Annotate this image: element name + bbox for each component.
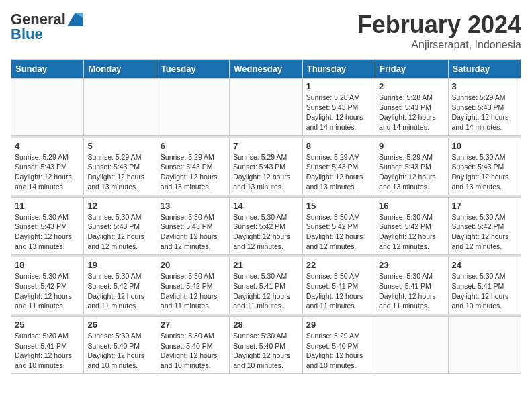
day-number: 25 bbox=[15, 320, 80, 330]
day-info: Sunrise: 5:29 AM Sunset: 5:43 PM Dayligh… bbox=[233, 152, 298, 192]
calendar-day: 10Sunrise: 5:30 AM Sunset: 5:43 PM Dayli… bbox=[448, 138, 521, 195]
calendar-day: 29Sunrise: 5:29 AM Sunset: 5:40 PM Dayli… bbox=[302, 317, 375, 374]
day-number: 4 bbox=[15, 141, 80, 151]
calendar-day: 9Sunrise: 5:29 AM Sunset: 5:43 PM Daylig… bbox=[375, 138, 448, 195]
weekday-header-wednesday: Wednesday bbox=[230, 60, 302, 79]
calendar-day: 22Sunrise: 5:30 AM Sunset: 5:41 PM Dayli… bbox=[302, 257, 375, 314]
day-number: 12 bbox=[87, 201, 152, 211]
calendar-week-1: 1Sunrise: 5:28 AM Sunset: 5:43 PM Daylig… bbox=[11, 79, 521, 136]
day-info: Sunrise: 5:30 AM Sunset: 5:42 PM Dayligh… bbox=[161, 271, 226, 311]
day-number: 23 bbox=[379, 260, 444, 270]
page-header: General Blue February 2024 Anjirserapat,… bbox=[11, 11, 521, 51]
month-title: February 2024 bbox=[357, 11, 521, 39]
day-info: Sunrise: 5:30 AM Sunset: 5:41 PM Dayligh… bbox=[452, 271, 517, 311]
calendar-day: 1Sunrise: 5:28 AM Sunset: 5:43 PM Daylig… bbox=[302, 79, 375, 136]
calendar-day: 11Sunrise: 5:30 AM Sunset: 5:43 PM Dayli… bbox=[11, 197, 84, 255]
calendar-day: 18Sunrise: 5:30 AM Sunset: 5:42 PM Dayli… bbox=[11, 257, 84, 314]
calendar-week-2: 4Sunrise: 5:29 AM Sunset: 5:43 PM Daylig… bbox=[11, 138, 521, 195]
day-number: 20 bbox=[161, 260, 226, 270]
calendar-day: 27Sunrise: 5:30 AM Sunset: 5:40 PM Dayli… bbox=[157, 317, 229, 374]
logo: General Blue bbox=[11, 11, 83, 43]
calendar-day: 7Sunrise: 5:29 AM Sunset: 5:43 PM Daylig… bbox=[230, 138, 302, 195]
location: Anjirserapat, Indonesia bbox=[357, 39, 521, 51]
day-number: 1 bbox=[306, 81, 371, 91]
day-info: Sunrise: 5:30 AM Sunset: 5:43 PM Dayligh… bbox=[15, 212, 80, 252]
day-info: Sunrise: 5:30 AM Sunset: 5:42 PM Dayligh… bbox=[452, 212, 517, 252]
day-number: 6 bbox=[161, 141, 226, 151]
day-info: Sunrise: 5:30 AM Sunset: 5:43 PM Dayligh… bbox=[161, 212, 226, 252]
day-info: Sunrise: 5:30 AM Sunset: 5:41 PM Dayligh… bbox=[15, 331, 80, 371]
calendar-day: 25Sunrise: 5:30 AM Sunset: 5:41 PM Dayli… bbox=[11, 317, 84, 374]
calendar-day: 15Sunrise: 5:30 AM Sunset: 5:42 PM Dayli… bbox=[302, 197, 375, 255]
day-info: Sunrise: 5:30 AM Sunset: 5:40 PM Dayligh… bbox=[161, 331, 226, 371]
day-info: Sunrise: 5:29 AM Sunset: 5:43 PM Dayligh… bbox=[379, 152, 444, 192]
calendar-day bbox=[230, 79, 302, 136]
weekday-header-monday: Monday bbox=[84, 60, 157, 79]
calendar-day: 19Sunrise: 5:30 AM Sunset: 5:42 PM Dayli… bbox=[84, 257, 157, 314]
weekday-header-saturday: Saturday bbox=[448, 60, 521, 79]
calendar-day: 4Sunrise: 5:29 AM Sunset: 5:43 PM Daylig… bbox=[11, 138, 84, 195]
day-info: Sunrise: 5:29 AM Sunset: 5:43 PM Dayligh… bbox=[452, 93, 517, 132]
calendar-day: 12Sunrise: 5:30 AM Sunset: 5:43 PM Dayli… bbox=[84, 197, 157, 255]
day-number: 8 bbox=[306, 141, 371, 151]
day-number: 5 bbox=[87, 141, 152, 151]
day-number: 28 bbox=[233, 320, 298, 330]
logo-icon bbox=[67, 13, 83, 26]
calendar-day bbox=[11, 79, 84, 136]
calendar-day: 23Sunrise: 5:30 AM Sunset: 5:41 PM Dayli… bbox=[375, 257, 448, 314]
calendar-day: 21Sunrise: 5:30 AM Sunset: 5:41 PM Dayli… bbox=[230, 257, 302, 314]
calendar-day: 2Sunrise: 5:28 AM Sunset: 5:43 PM Daylig… bbox=[375, 79, 448, 136]
day-number: 15 bbox=[306, 201, 371, 211]
day-number: 16 bbox=[379, 201, 444, 211]
calendar-day: 14Sunrise: 5:30 AM Sunset: 5:42 PM Dayli… bbox=[230, 197, 302, 255]
day-info: Sunrise: 5:28 AM Sunset: 5:43 PM Dayligh… bbox=[306, 93, 371, 132]
calendar-week-5: 25Sunrise: 5:30 AM Sunset: 5:41 PM Dayli… bbox=[11, 317, 521, 374]
calendar-day: 5Sunrise: 5:29 AM Sunset: 5:43 PM Daylig… bbox=[84, 138, 157, 195]
day-info: Sunrise: 5:30 AM Sunset: 5:42 PM Dayligh… bbox=[233, 212, 298, 252]
day-number: 24 bbox=[452, 260, 517, 270]
weekday-header-friday: Friday bbox=[375, 60, 448, 79]
calendar-day bbox=[375, 317, 448, 374]
day-number: 9 bbox=[379, 141, 444, 151]
day-number: 2 bbox=[379, 81, 444, 91]
day-number: 27 bbox=[161, 320, 226, 330]
calendar-day: 28Sunrise: 5:30 AM Sunset: 5:40 PM Dayli… bbox=[230, 317, 302, 374]
day-number: 18 bbox=[15, 260, 80, 270]
weekday-header-thursday: Thursday bbox=[302, 60, 375, 79]
day-number: 14 bbox=[233, 201, 298, 211]
weekday-header-sunday: Sunday bbox=[11, 60, 84, 79]
day-info: Sunrise: 5:28 AM Sunset: 5:43 PM Dayligh… bbox=[379, 93, 444, 132]
day-info: Sunrise: 5:30 AM Sunset: 5:43 PM Dayligh… bbox=[87, 212, 152, 252]
calendar-day: 13Sunrise: 5:30 AM Sunset: 5:43 PM Dayli… bbox=[157, 197, 229, 255]
weekday-header-row: SundayMondayTuesdayWednesdayThursdayFrid… bbox=[11, 60, 521, 79]
day-info: Sunrise: 5:30 AM Sunset: 5:40 PM Dayligh… bbox=[233, 331, 298, 371]
day-number: 11 bbox=[15, 201, 80, 211]
calendar-day: 3Sunrise: 5:29 AM Sunset: 5:43 PM Daylig… bbox=[448, 79, 521, 136]
calendar-day: 24Sunrise: 5:30 AM Sunset: 5:41 PM Dayli… bbox=[448, 257, 521, 314]
day-info: Sunrise: 5:30 AM Sunset: 5:41 PM Dayligh… bbox=[379, 271, 444, 311]
day-number: 21 bbox=[233, 260, 298, 270]
day-info: Sunrise: 5:30 AM Sunset: 5:41 PM Dayligh… bbox=[306, 271, 371, 311]
title-section: February 2024 Anjirserapat, Indonesia bbox=[357, 11, 521, 51]
calendar-day: 17Sunrise: 5:30 AM Sunset: 5:42 PM Dayli… bbox=[448, 197, 521, 255]
day-number: 17 bbox=[452, 201, 517, 211]
day-info: Sunrise: 5:29 AM Sunset: 5:43 PM Dayligh… bbox=[15, 152, 80, 192]
day-info: Sunrise: 5:30 AM Sunset: 5:41 PM Dayligh… bbox=[233, 271, 298, 311]
calendar-day bbox=[84, 79, 157, 136]
day-info: Sunrise: 5:30 AM Sunset: 5:43 PM Dayligh… bbox=[452, 152, 517, 192]
day-number: 7 bbox=[233, 141, 298, 151]
calendar-day: 6Sunrise: 5:29 AM Sunset: 5:43 PM Daylig… bbox=[157, 138, 229, 195]
day-info: Sunrise: 5:29 AM Sunset: 5:43 PM Dayligh… bbox=[161, 152, 226, 192]
day-info: Sunrise: 5:30 AM Sunset: 5:42 PM Dayligh… bbox=[15, 271, 80, 311]
day-number: 19 bbox=[87, 260, 152, 270]
calendar-day: 26Sunrise: 5:30 AM Sunset: 5:40 PM Dayli… bbox=[84, 317, 157, 374]
calendar-day bbox=[157, 79, 229, 136]
day-info: Sunrise: 5:30 AM Sunset: 5:42 PM Dayligh… bbox=[87, 271, 152, 311]
calendar-day: 20Sunrise: 5:30 AM Sunset: 5:42 PM Dayli… bbox=[157, 257, 229, 314]
day-number: 13 bbox=[161, 201, 226, 211]
day-info: Sunrise: 5:30 AM Sunset: 5:40 PM Dayligh… bbox=[87, 331, 152, 371]
day-number: 29 bbox=[306, 320, 371, 330]
day-info: Sunrise: 5:29 AM Sunset: 5:40 PM Dayligh… bbox=[306, 331, 371, 371]
day-number: 26 bbox=[87, 320, 152, 330]
logo-blue: Blue bbox=[11, 26, 43, 43]
